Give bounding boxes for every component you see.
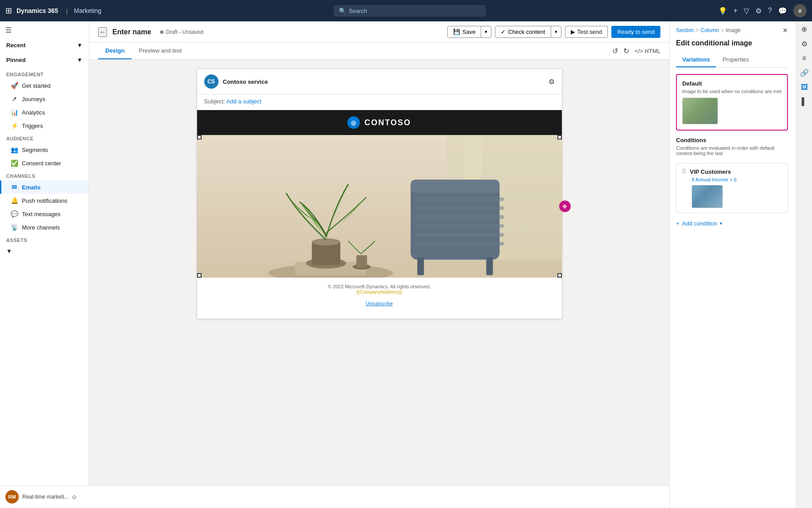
svg-rect-16: [415, 215, 504, 219]
breadcrumb-sep1: >: [696, 27, 699, 33]
sidebar: ☰ Recent ▼ Pinned ▼ Engagement 🚀 Get sta…: [0, 21, 89, 508]
save-caret-button[interactable]: ▾: [481, 26, 491, 37]
tab-preview-and-test[interactable]: Preview and test: [132, 43, 189, 59]
svg-rect-13: [486, 258, 493, 275]
sidebar-item-analytics[interactable]: 📊 Analytics: [0, 106, 89, 119]
help-icon[interactable]: ?: [768, 7, 772, 15]
undo-icon[interactable]: ↺: [612, 47, 618, 55]
chat-icon[interactable]: 💬: [778, 7, 787, 15]
panel-close-button[interactable]: ✕: [783, 27, 788, 34]
default-card-title: Default: [682, 80, 782, 87]
assets-group-header[interactable]: ▼: [0, 245, 89, 258]
add-condition-button[interactable]: + Add condition ▾: [670, 216, 794, 231]
check-content-caret[interactable]: ▾: [551, 26, 561, 37]
right-panel: Section > Column > Image ✕ Edit conditio…: [669, 21, 812, 508]
image-block[interactable]: Image ▾ ⇔ ⊕ 👤 🗑: [197, 135, 562, 278]
drag-handle[interactable]: ✥: [559, 201, 571, 212]
engagement-section-label: Engagement: [0, 68, 89, 79]
page-title[interactable]: Enter name: [112, 28, 151, 36]
sidebar-item-emails[interactable]: ✉ Emails: [0, 180, 89, 194]
mini-tool-settings[interactable]: ⚙: [801, 40, 808, 48]
default-card-thumbnail[interactable]: [682, 98, 718, 124]
sidebar-item-push-notifications[interactable]: 🔔 Push notifications: [0, 194, 89, 207]
filter-icon[interactable]: ▽: [744, 7, 749, 15]
mini-tool-link[interactable]: 🔗: [800, 69, 809, 77]
bottom-chevron[interactable]: ◇: [72, 494, 76, 500]
get-started-icon: 🚀: [10, 82, 18, 89]
consent-center-label: Consent center: [22, 160, 61, 167]
sidebar-group-recent: Recent ▼: [0, 39, 89, 52]
app-grid-icon[interactable]: ⊞: [5, 6, 12, 16]
panel-tab-variations[interactable]: Variations: [676, 53, 716, 67]
top-navigation: ⊞ Dynamics 365 | Marketing 🔍 Search 💡 + …: [0, 0, 812, 21]
html-button[interactable]: </> HTML: [635, 48, 660, 54]
sidebar-item-text-messages[interactable]: 💬 Text messages: [0, 207, 89, 221]
email-settings-icon[interactable]: ⚙: [548, 78, 555, 86]
mini-tool-image[interactable]: 🖼: [801, 83, 808, 91]
sidebar-item-get-started[interactable]: 🚀 Get started: [0, 79, 89, 92]
more-channels-icon: 📡: [10, 224, 18, 231]
toolbar-actions: 💾 Save ▾ ✓ Check content ▾ ▶ Test send: [447, 26, 660, 38]
sidebar-item-more-channels[interactable]: 📡 More channels: [0, 221, 89, 234]
add-condition-chevron: ▾: [720, 221, 722, 226]
save-button-group: 💾 Save ▾: [447, 26, 492, 38]
segments-label: Segments: [22, 147, 48, 153]
test-send-button[interactable]: ▶ Test send: [565, 26, 608, 38]
condition-drag-handle[interactable]: ⠿: [682, 168, 686, 175]
email-image-section: ◎ CONTOSO Image ▾ ⇔ ⊕ 👤: [197, 110, 562, 278]
emails-label: Emails: [22, 184, 41, 191]
selection-corner-tl[interactable]: [197, 135, 202, 139]
tab-list: Design Preview and test: [98, 43, 189, 59]
assets-section-label: Assets: [0, 234, 89, 245]
breadcrumb-section[interactable]: Section: [676, 27, 694, 33]
add-icon[interactable]: +: [734, 7, 738, 15]
email-header-bar: CS Contoso service ⚙: [197, 69, 562, 94]
lightbulb-icon[interactable]: 💡: [718, 7, 727, 15]
from-avatar: CS: [204, 74, 218, 89]
settings-icon[interactable]: ⚙: [755, 7, 762, 15]
user-avatar[interactable]: #: [793, 4, 807, 17]
sidebar-item-triggers[interactable]: ⚡ Triggers: [0, 119, 89, 132]
hamburger-icon[interactable]: ☰: [5, 26, 12, 34]
back-button[interactable]: ←: [98, 27, 107, 37]
text-messages-icon: 💬: [10, 210, 18, 217]
selection-corner-br[interactable]: [557, 273, 562, 278]
tab-design[interactable]: Design: [98, 43, 132, 59]
recent-label: Recent: [6, 42, 25, 49]
mini-toolbar: ⊕ ⚙ ≡ 🔗 🖼 ▌: [796, 21, 812, 508]
add-subject-link[interactable]: Add a subject: [226, 98, 261, 105]
segments-icon: 👥: [10, 146, 18, 153]
sidebar-item-consent-center[interactable]: ✅ Consent center: [0, 156, 89, 170]
save-button[interactable]: 💾 Save: [448, 26, 481, 37]
search-bar[interactable]: 🔍 Search: [334, 5, 486, 16]
condition-header: ⠿ VIP Customers: [682, 168, 782, 175]
selection-corner-bl[interactable]: [197, 273, 202, 278]
conditions-description: Conditions are evaluated in order with d…: [670, 145, 794, 160]
default-image-card[interactable]: Default Image to be used when no conditi…: [676, 74, 788, 131]
check-content-button[interactable]: ✓ Check content: [495, 26, 550, 37]
ready-to-send-button[interactable]: Ready to send: [611, 26, 660, 38]
pinned-group-header[interactable]: Pinned ▼: [0, 53, 89, 66]
svg-rect-15: [415, 206, 504, 210]
add-condition-label: Add condition: [682, 220, 717, 227]
breadcrumb-column[interactable]: Column: [701, 27, 719, 33]
recent-group-header[interactable]: Recent ▼: [0, 39, 89, 52]
audience-section-label: Audience: [0, 132, 89, 143]
pinned-label: Pinned: [6, 57, 25, 63]
panel-tab-properties[interactable]: Properties: [716, 53, 755, 67]
main-content: ← Enter name Draft - Unsaved 💾 Save ▾ ✓: [89, 21, 669, 508]
mini-tool-panel[interactable]: ▌: [802, 98, 807, 106]
sidebar-item-journeys[interactable]: ↗ Journeys: [0, 92, 89, 106]
unsubscribe-link[interactable]: Unsubscribe: [203, 295, 556, 312]
mini-tool-list[interactable]: ≡: [802, 54, 806, 62]
mini-tool-add[interactable]: ⊕: [801, 25, 807, 33]
selection-corner-tr[interactable]: [557, 135, 562, 139]
redo-icon[interactable]: ↻: [623, 47, 629, 55]
sidebar-item-segments[interactable]: 👥 Segments: [0, 143, 89, 156]
email-from: CS Contoso service: [204, 74, 268, 89]
sidebar-group-pinned: Pinned ▼: [0, 53, 89, 66]
push-icon: 🔔: [10, 197, 18, 204]
condition-thumbnail[interactable]: [692, 185, 723, 208]
email-subject-line: Subject: Add a subject: [197, 94, 562, 110]
journeys-label: Journeys: [22, 96, 45, 102]
